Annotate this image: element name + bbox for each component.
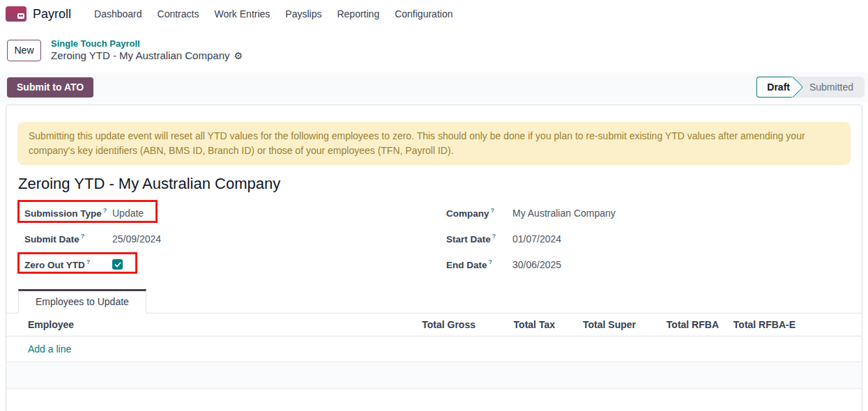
menu-item-contracts[interactable]: Contracts xyxy=(150,8,207,20)
company-value[interactable]: My Australian Company xyxy=(512,208,616,219)
field-row-end-date: End Date? 30/06/2025 xyxy=(446,251,851,277)
table-header-row: Employee Total Gross Total Tax Total Sup… xyxy=(6,313,862,336)
main-menu: Dashboard Contracts Work Entries Payslip… xyxy=(86,8,460,20)
field-row-submit-date: Submit Date? 25/09/2024 xyxy=(24,226,446,251)
statusbar-states: Draft Submitted xyxy=(756,77,865,98)
menu-item-work-entries[interactable]: Work Entries xyxy=(206,8,277,20)
coin-badge-icon xyxy=(17,13,24,19)
zero-out-ytd-checkbox[interactable] xyxy=(112,259,123,270)
top-navbar: Payroll Dashboard Contracts Work Entries… xyxy=(0,0,868,28)
field-row-submission-type: Submission Type? Update xyxy=(24,200,446,226)
form-sheet: Submitting this update event will reset … xyxy=(6,104,862,411)
empty-stripe-row xyxy=(6,362,862,389)
end-date-value[interactable]: 30/06/2025 xyxy=(512,259,561,270)
end-date-label: End Date? xyxy=(446,258,512,270)
help-icon: ? xyxy=(103,207,107,214)
column-header-total-rfba: Total RFBA xyxy=(636,313,719,336)
submit-date-value[interactable]: 25/09/2024 xyxy=(112,233,161,245)
help-icon: ? xyxy=(81,233,85,240)
checkmark-icon xyxy=(114,261,121,268)
column-header-spacer xyxy=(795,313,862,336)
column-header-total-tax: Total Tax xyxy=(475,313,555,336)
help-icon: ? xyxy=(491,207,495,214)
column-header-total-rfba-e: Total RFBA-E xyxy=(719,313,795,336)
breadcrumb: New Single Touch Payroll Zeroing YTD - M… xyxy=(0,28,868,72)
payroll-app-icon[interactable] xyxy=(6,6,26,22)
breadcrumb-parent-link[interactable]: Single Touch Payroll xyxy=(51,38,243,49)
start-date-label: Start Date? xyxy=(446,233,512,245)
zero-out-ytd-label: Zero Out YTD? xyxy=(24,258,112,270)
column-header-total-gross: Total Gross xyxy=(392,313,475,336)
page-title[interactable]: Zeroing YTD - My Australian Company xyxy=(18,175,862,193)
employees-table: Employee Total Gross Total Tax Total Sup… xyxy=(6,313,862,389)
submit-to-ato-button[interactable]: Submit to ATO xyxy=(7,77,93,98)
submit-date-label: Submit Date? xyxy=(24,233,112,245)
column-header-employee: Employee xyxy=(6,313,392,336)
breadcrumb-current: Zeroing YTD - My Australian Company ⚙ xyxy=(51,49,243,63)
help-icon: ? xyxy=(492,233,496,240)
company-label: Company? xyxy=(446,207,512,219)
field-row-zero-out-ytd: Zero Out YTD? xyxy=(24,251,446,277)
state-draft-label: Draft xyxy=(767,82,790,93)
warning-alert: Submitting this update event will reset … xyxy=(17,122,851,165)
add-a-line-link[interactable]: Add a line xyxy=(6,336,862,362)
start-date-value[interactable]: 01/07/2024 xyxy=(512,233,561,245)
column-header-total-super: Total Super xyxy=(555,313,636,336)
state-submitted[interactable]: Submitted xyxy=(793,82,865,93)
menu-item-dashboard[interactable]: Dashboard xyxy=(86,8,150,20)
menu-item-payslips[interactable]: Payslips xyxy=(277,8,329,20)
submission-type-value[interactable]: Update xyxy=(112,208,144,219)
breadcrumb-current-label: Zeroing YTD - My Australian Company xyxy=(51,49,230,63)
status-bar: Submit to ATO Draft Submitted xyxy=(0,72,868,102)
field-row-company: Company? My Australian Company xyxy=(446,200,851,226)
menu-item-reporting[interactable]: Reporting xyxy=(329,8,387,20)
form-fields: Submission Type? Update Submit Date? 25/… xyxy=(6,200,862,277)
state-draft[interactable]: Draft xyxy=(756,77,793,98)
gear-icon[interactable]: ⚙ xyxy=(234,51,243,61)
menu-item-configuration[interactable]: Configuration xyxy=(387,8,460,20)
help-icon: ? xyxy=(86,258,91,265)
field-row-start-date: Start Date? 01/07/2024 xyxy=(446,226,851,251)
app-name[interactable]: Payroll xyxy=(33,7,71,22)
add-line-row: Add a line xyxy=(6,336,862,362)
submission-type-label: Submission Type? xyxy=(24,207,112,219)
help-icon: ? xyxy=(489,258,493,265)
notebook-tabs: Employees to Update xyxy=(6,288,862,313)
new-button[interactable]: New xyxy=(7,40,41,61)
tab-employees-to-update[interactable]: Employees to Update xyxy=(18,289,146,313)
